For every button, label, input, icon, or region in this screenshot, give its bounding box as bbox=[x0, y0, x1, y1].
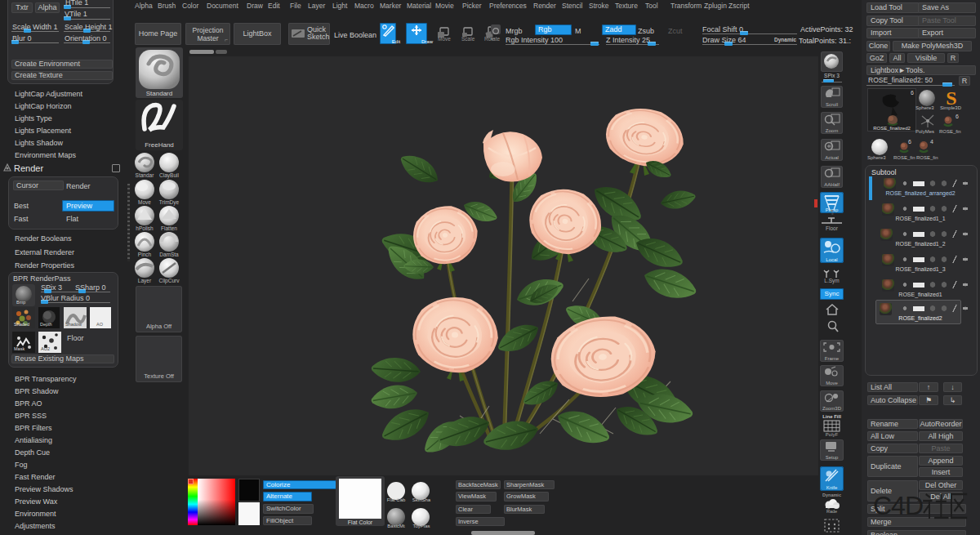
svg-text:DamSta: DamSta bbox=[159, 252, 179, 257]
svg-text:BasicMt: BasicMt bbox=[387, 524, 405, 528]
svg-text:C4D: C4D bbox=[873, 491, 923, 520]
svg-text:ClayBuil: ClayBuil bbox=[159, 172, 179, 179]
svg-text:hPolish: hPolish bbox=[136, 225, 154, 231]
svg-text:Flatten: Flatten bbox=[161, 225, 177, 231]
svg-text:Move: Move bbox=[138, 199, 151, 205]
svg-text:Flat Cab: Flat Cab bbox=[387, 497, 406, 502]
svg-text:ClipCurv: ClipCurv bbox=[159, 278, 180, 284]
svg-text:TrimDye: TrimDye bbox=[159, 199, 180, 206]
svg-text:FreeHand: FreeHand bbox=[145, 141, 174, 149]
svg-text:Pinch: Pinch bbox=[138, 252, 152, 257]
svg-text:Standar: Standar bbox=[136, 172, 155, 178]
svg-text:Standard: Standard bbox=[146, 90, 172, 97]
svg-text:SkinSha: SkinSha bbox=[412, 497, 431, 502]
svg-text:ToyPlas: ToyPlas bbox=[412, 524, 430, 528]
svg-text:Layer: Layer bbox=[138, 278, 152, 284]
